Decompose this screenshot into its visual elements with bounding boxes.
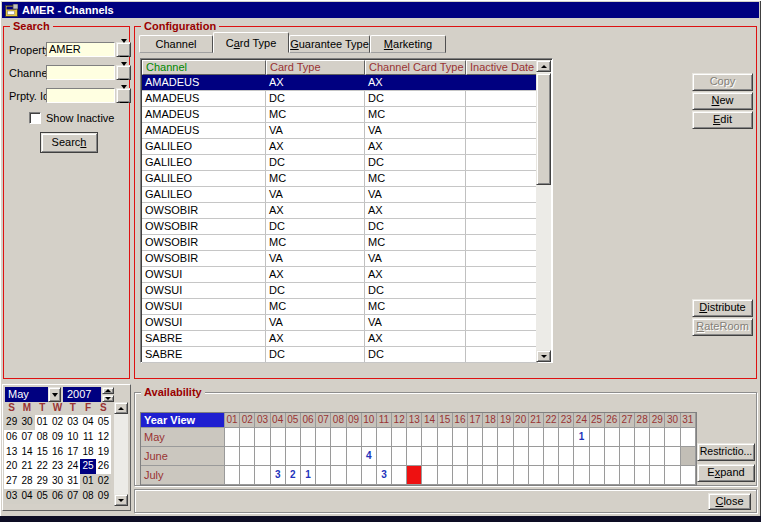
calendar-day[interactable]: 16 [50, 445, 65, 460]
calendar-day[interactable]: 04 [80, 415, 95, 430]
availability-cell[interactable] [271, 447, 286, 466]
calendar-day[interactable]: 23 [50, 459, 65, 474]
availability-cell[interactable] [650, 428, 665, 447]
tab-marketing[interactable]: Marketing [370, 35, 446, 53]
availability-cell[interactable] [635, 447, 650, 466]
calendar-day[interactable]: 13 [4, 445, 19, 460]
availability-cell[interactable] [331, 428, 346, 447]
availability-cell[interactable] [407, 447, 422, 466]
tab-channel[interactable]: Channel [139, 35, 213, 53]
calendar-day[interactable]: 19 [96, 445, 111, 460]
availability-cell[interactable] [225, 466, 240, 485]
tab-guarantee-type[interactable]: Guarantee Type [289, 35, 370, 53]
availability-cell[interactable] [574, 466, 589, 485]
table-row[interactable]: GALILEOVAVA [142, 187, 538, 203]
table-scrollbar[interactable] [536, 60, 551, 362]
availability-cell[interactable] [468, 466, 483, 485]
copy-button[interactable]: Copy [692, 73, 753, 91]
availability-cell[interactable] [377, 428, 392, 447]
availability-cell[interactable] [422, 428, 437, 447]
availability-cell[interactable] [286, 447, 301, 466]
availability-cell[interactable] [301, 428, 316, 447]
scroll-up-icon[interactable] [114, 402, 128, 414]
calendar-month-select[interactable]: May [5, 387, 48, 402]
calendar-day[interactable]: 08 [80, 489, 95, 504]
availability-cell[interactable] [240, 466, 255, 485]
availability-cell[interactable] [347, 466, 362, 485]
availability-cell[interactable] [544, 428, 559, 447]
availability-cell[interactable] [514, 447, 529, 466]
availability-cell[interactable] [620, 428, 635, 447]
availability-cell[interactable] [316, 466, 331, 485]
availability-cell[interactable] [529, 466, 544, 485]
availability-cell[interactable] [225, 447, 240, 466]
table-row[interactable]: GALILEODCDC [142, 155, 538, 171]
availability-cell[interactable] [665, 447, 680, 466]
calendar-day[interactable]: 12 [96, 430, 111, 445]
availability-cell[interactable] [331, 466, 346, 485]
availability-cell[interactable] [590, 428, 605, 447]
availability-cell[interactable] [453, 447, 468, 466]
availability-cell[interactable] [453, 466, 468, 485]
scrollbar-thumb[interactable] [536, 73, 551, 185]
availability-cell[interactable] [392, 447, 407, 466]
calendar-day[interactable]: 05 [35, 489, 50, 504]
availability-cell[interactable]: 1 [574, 428, 589, 447]
availability-cell[interactable] [559, 447, 574, 466]
availability-cell[interactable] [422, 466, 437, 485]
availability-cell[interactable] [422, 447, 437, 466]
calendar-day[interactable]: 05 [96, 415, 111, 430]
spinner-down-icon[interactable] [102, 395, 114, 402]
availability-cell[interactable] [347, 447, 362, 466]
availability-cell[interactable]: 2 [286, 466, 301, 485]
table-row[interactable]: AMADEUSVAVA [142, 123, 538, 139]
calendar-day[interactable]: 30 [50, 474, 65, 489]
availability-cell[interactable] [605, 428, 620, 447]
property-field[interactable]: AMER [46, 42, 115, 57]
calendar-day[interactable]: 03 [65, 415, 80, 430]
availability-cell[interactable] [544, 447, 559, 466]
availability-cell[interactable] [559, 466, 574, 485]
availability-cell[interactable] [529, 447, 544, 466]
calendar-day[interactable]: 06 [50, 489, 65, 504]
calendar-day[interactable]: 11 [80, 430, 95, 445]
availability-cell-restricted[interactable] [407, 466, 422, 485]
table-row[interactable]: SABREAXAX [142, 331, 538, 347]
availability-cell[interactable] [590, 466, 605, 485]
table-row[interactable]: OWSOBIRDCDC [142, 219, 538, 235]
availability-cell[interactable] [438, 447, 453, 466]
availability-cell[interactable] [605, 447, 620, 466]
availability-cell[interactable] [225, 428, 240, 447]
availability-cell[interactable] [681, 466, 696, 485]
availability-cell[interactable] [468, 428, 483, 447]
property-lov-button[interactable] [116, 42, 131, 57]
calendar-day[interactable]: 07 [65, 489, 80, 504]
calendar-month-dropdown-icon[interactable] [48, 387, 61, 402]
prpty-id-lov-button[interactable] [116, 88, 131, 103]
column-header-card-type[interactable]: Card Type [266, 60, 365, 75]
calendar-day[interactable]: 07 [19, 430, 34, 445]
availability-cell[interactable] [377, 447, 392, 466]
availability-cell[interactable] [362, 466, 377, 485]
scroll-down-icon[interactable] [114, 494, 128, 506]
availability-cell[interactable] [620, 466, 635, 485]
calendar-day[interactable]: 18 [80, 445, 95, 460]
availability-cell[interactable] [392, 466, 407, 485]
calendar-year-field[interactable]: 2007 [63, 387, 101, 402]
availability-cell[interactable] [286, 428, 301, 447]
edit-button[interactable]: Edit [692, 111, 753, 129]
availability-cell[interactable] [590, 447, 605, 466]
availability-cell[interactable]: 4 [362, 447, 377, 466]
availability-cell[interactable] [681, 428, 696, 447]
availability-cell[interactable] [544, 466, 559, 485]
table-row[interactable]: OWSUIAXAX [142, 267, 538, 283]
availability-cell[interactable] [255, 428, 270, 447]
calendar-day[interactable]: 08 [35, 430, 50, 445]
restrictions-button[interactable]: Restrictio... [697, 443, 755, 461]
calendar-day[interactable]: 24 [65, 459, 80, 474]
table-row[interactable]: OWSOBIRVAVA [142, 251, 538, 267]
availability-cell[interactable] [635, 428, 650, 447]
show-inactive-label[interactable]: Show Inactive [46, 112, 114, 124]
table-row[interactable]: AMADEUSAXAX [142, 75, 538, 91]
availability-cell[interactable] [392, 428, 407, 447]
